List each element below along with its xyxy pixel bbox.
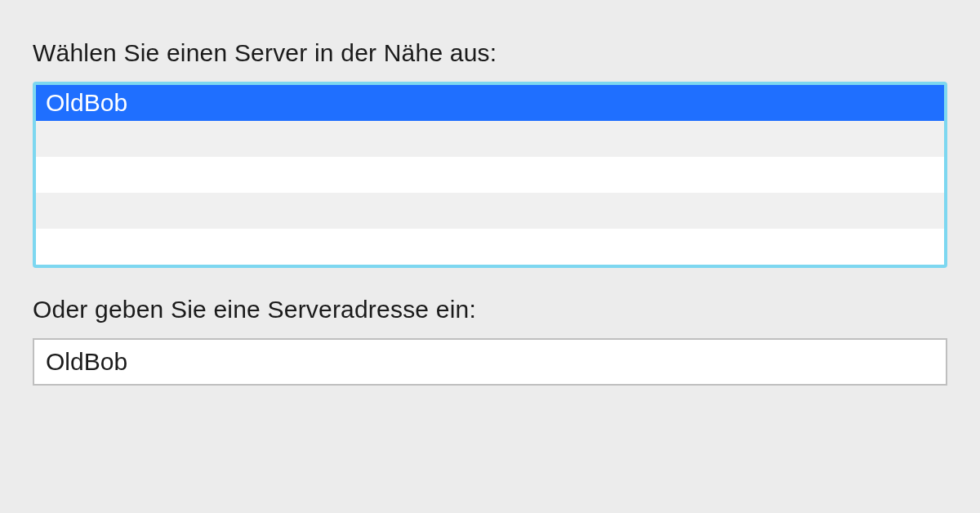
choose-server-label: Wählen Sie einen Server in der Nähe aus: (33, 39, 947, 67)
server-list-item-empty[interactable] (36, 157, 944, 193)
server-list-item-empty[interactable] (36, 193, 944, 229)
server-list-item-empty[interactable] (36, 121, 944, 157)
server-list[interactable]: OldBob (33, 82, 947, 268)
server-list-item-empty[interactable] (36, 229, 944, 265)
server-list-item-selected[interactable]: OldBob (36, 85, 944, 121)
enter-address-label: Oder geben Sie eine Serveradresse ein: (33, 296, 947, 323)
server-address-input[interactable] (33, 338, 947, 386)
